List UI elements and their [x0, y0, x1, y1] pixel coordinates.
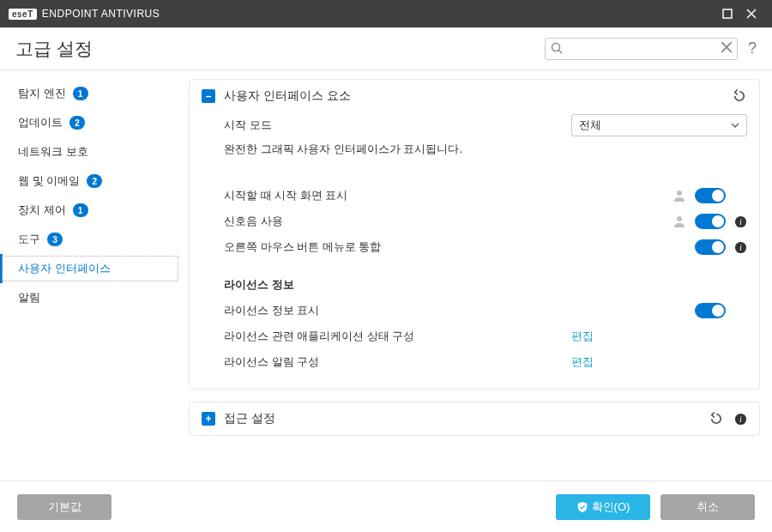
user-icon	[672, 215, 686, 228]
sidebar-item-label: 알림	[18, 290, 40, 305]
brand-text: ENDPOINT ANTIVIRUS	[42, 8, 160, 20]
start-mode-label: 시작 모드	[224, 118, 272, 133]
svg-point-3	[677, 190, 682, 196]
splash-label: 시작할 때 시작 화면 표시	[224, 188, 347, 203]
sidebar-item-label: 업데이트	[18, 115, 63, 130]
license-appstate-edit-link[interactable]: 편집	[571, 329, 594, 344]
license-show-label: 라이선스 정보 표시	[224, 303, 319, 318]
user-icon	[672, 189, 686, 203]
window-close-icon[interactable]	[739, 2, 763, 26]
info-icon[interactable]: i	[734, 241, 747, 254]
sidebar-badge: 3	[47, 233, 63, 246]
header: 고급 설정 ?	[0, 27, 772, 70]
svg-point-4	[677, 216, 682, 221]
clear-icon[interactable]	[721, 41, 733, 53]
sidebar-item-label: 도구	[18, 232, 40, 247]
license-show-toggle[interactable]	[695, 303, 726, 318]
sidebar-item-label: 네트워크 보호	[18, 144, 88, 160]
sidebar-item-network-protection[interactable]: 네트워크 보호	[0, 137, 180, 166]
sidebar-item-update[interactable]: 업데이트 2	[0, 108, 180, 137]
default-button[interactable]: 기본값	[17, 494, 112, 520]
sidebar-item-detection-engine[interactable]: 탐지 엔진 1	[0, 79, 180, 108]
footer: 기본값 확인(O) 취소	[0, 481, 772, 532]
brand-box: eseT	[9, 9, 37, 20]
search-box	[545, 38, 738, 60]
panel-header: + 접근 설정 i	[190, 402, 759, 435]
license-heading: 라이선스 정보	[224, 277, 747, 293]
sidebar-badge: 1	[73, 87, 88, 100]
panel-ui-elements: – 사용자 인터페이스 요소 시작 모드 전체	[189, 79, 760, 390]
info-icon[interactable]: i	[734, 413, 747, 426]
sidebar-item-label: 웹 및 이메일	[18, 173, 80, 189]
sidebar-item-web-email[interactable]: 웹 및 이메일 2	[0, 166, 180, 196]
sidebar-item-tools[interactable]: 도구 3	[0, 225, 180, 254]
sidebar-item-label: 탐지 엔진	[18, 86, 66, 101]
license-alert-edit-link[interactable]: 편집	[571, 354, 594, 370]
sidebar-item-notifications[interactable]: 알림	[0, 283, 180, 312]
ok-button[interactable]: 확인(O)	[556, 494, 650, 520]
cancel-button[interactable]: 취소	[660, 494, 755, 520]
info-icon[interactable]: i	[734, 215, 747, 228]
shield-icon	[576, 501, 588, 513]
start-mode-select[interactable]: 전체	[571, 114, 747, 136]
start-mode-value: 전체	[579, 118, 601, 133]
svg-rect-0	[723, 9, 732, 18]
svg-point-1	[552, 43, 559, 51]
svg-text:i: i	[739, 414, 742, 424]
app-brand: eseT ENDPOINT ANTIVIRUS	[9, 8, 160, 20]
panel-title: 사용자 인터페이스 요소	[224, 88, 351, 104]
chevron-down-icon	[731, 121, 739, 130]
sound-toggle[interactable]	[695, 214, 726, 229]
ok-label: 확인(O)	[592, 499, 630, 515]
sidebar-item-label: 장치 제어	[18, 203, 66, 218]
svg-text:i: i	[739, 243, 742, 252]
revert-icon[interactable]	[732, 88, 747, 104]
titlebar: eseT ENDPOINT ANTIVIRUS	[0, 0, 772, 27]
context-menu-toggle[interactable]	[695, 239, 726, 255]
content: – 사용자 인터페이스 요소 시작 모드 전체	[180, 70, 772, 481]
panel-title: 접근 설정	[224, 411, 275, 426]
window-maximize-icon[interactable]	[715, 2, 739, 26]
sidebar-badge: 2	[69, 116, 85, 130]
sidebar: 탐지 엔진 1 업데이트 2 네트워크 보호 웹 및 이메일 2 장치 제어 1…	[0, 70, 180, 481]
expand-icon[interactable]: +	[202, 412, 215, 426]
context-menu-label: 오른쪽 마우스 버튼 메뉴로 통합	[224, 239, 381, 255]
license-alert-label: 라이선스 알림 구성	[224, 354, 319, 370]
help-icon[interactable]: ?	[748, 39, 757, 57]
svg-text:i: i	[739, 217, 742, 227]
sidebar-badge: 1	[73, 203, 88, 217]
splash-toggle[interactable]	[695, 188, 726, 203]
revert-icon[interactable]	[709, 411, 724, 426]
panel-access-settings: + 접근 설정 i	[189, 402, 760, 436]
sidebar-item-device-control[interactable]: 장치 제어 1	[0, 196, 180, 225]
sidebar-item-label: 사용자 인터페이스	[18, 261, 111, 276]
sidebar-item-user-interface[interactable]: 사용자 인터페이스	[0, 254, 180, 283]
sound-label: 신호음 사용	[224, 214, 283, 229]
panel-header: – 사용자 인터페이스 요소	[190, 80, 759, 112]
license-appstate-label: 라이선스 관련 애플리케이션 상태 구성	[224, 329, 414, 344]
sidebar-badge: 2	[87, 174, 102, 188]
collapse-icon[interactable]: –	[202, 89, 215, 103]
search-icon	[550, 41, 564, 55]
start-mode-description: 완전한 그래픽 사용자 인터페이스가 표시됩니다.	[224, 142, 747, 157]
svg-line-2	[558, 50, 562, 53]
page-title: 고급 설정	[15, 37, 93, 61]
search-input[interactable]	[545, 38, 738, 60]
